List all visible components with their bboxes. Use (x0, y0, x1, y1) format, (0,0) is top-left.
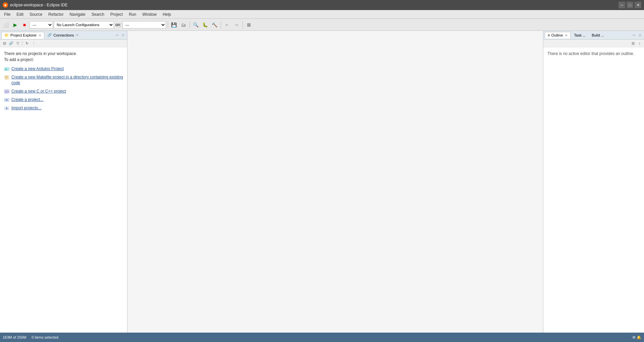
outline-icon: ≡ (548, 33, 550, 37)
svg-rect-2 (5, 75, 9, 79)
menu-refactor[interactable]: Refactor (46, 11, 66, 18)
toolbar-on-label: on: (115, 22, 121, 27)
left-panel-maximize-btn[interactable]: □ (120, 33, 126, 38)
left-panel-tabs: 📁 Project Explorer ✕ 🔗 Connections ✕ ─ □ (0, 31, 127, 40)
toolbar-launch-combo[interactable]: No Launch Configurations (54, 21, 114, 28)
toolbar-stop-btn[interactable]: ■ (20, 20, 29, 29)
outline-collapse-btn[interactable]: ⊟ (630, 40, 636, 46)
right-panel-minimize-btn[interactable]: ─ (631, 33, 637, 38)
link-create-arduino-label: Create a new Arduino Project (11, 66, 64, 72)
tab-connections-close[interactable]: ✕ (76, 33, 78, 37)
status-bar: 163M of 256M 0 items selected ⚙ 🔔 (0, 333, 644, 342)
outline-sort-btn[interactable]: ↕ (637, 40, 643, 46)
menu-edit[interactable]: Edit (14, 11, 26, 18)
menu-project[interactable]: Project (108, 11, 125, 18)
toolbar-forward-btn[interactable]: → (232, 20, 241, 29)
selection-info: 0 items selected (32, 335, 58, 339)
link-create-cpp[interactable]: C++ Create a new C or C++ project (4, 89, 123, 94)
status-right: ⚙ 🔔 (632, 335, 641, 340)
close-button[interactable]: ✕ (635, 2, 641, 8)
memory-indicator[interactable]: 163M of 256M (3, 335, 26, 339)
no-editor-msg: There is no active editor that provides … (547, 51, 634, 56)
menu-source[interactable]: Source (27, 11, 45, 18)
toolbar-play-btn[interactable]: ▶ (11, 20, 19, 29)
link-create-makefile[interactable]: Create a new Makefile project in a direc… (4, 74, 123, 86)
toolbar-save-all-btn[interactable]: 🗂 (179, 20, 188, 29)
right-panel-maximize-btn[interactable]: □ (637, 33, 643, 38)
app-icon: ◉ (3, 2, 8, 8)
link-import-projects[interactable]: Import projects... (4, 105, 123, 111)
tab-outline-close[interactable]: ✕ (565, 34, 568, 37)
toolbar-perspective-btn[interactable]: ⊞ (245, 20, 253, 29)
title-bar-controls[interactable]: ─ □ ✕ (619, 2, 641, 8)
view-menu-btn[interactable]: ⋮ (31, 40, 37, 46)
menu-file[interactable]: File (1, 11, 13, 18)
toolbar-search-btn[interactable]: 🔍 (192, 20, 200, 29)
tab-connections[interactable]: 🔗 Connections ✕ (44, 32, 82, 39)
window-title: eclipse-workspace - Eclipse IDE (10, 3, 67, 7)
link-create-makefile-label: Create a new Makefile project in a direc… (11, 74, 123, 86)
left-panel: 📁 Project Explorer ✕ 🔗 Connections ✕ ─ □… (0, 31, 127, 333)
ctrl-separator (22, 41, 22, 46)
minimize-button[interactable]: ─ (619, 2, 625, 8)
tab-build[interactable]: Build ... (589, 32, 607, 38)
import-icon (4, 106, 9, 111)
main-container: 📁 Project Explorer ✕ 🔗 Connections ✕ ─ □… (0, 31, 644, 333)
project-explorer-icon: 📁 (4, 33, 9, 38)
collapse-all-btn[interactable]: ⊟ (1, 40, 7, 46)
toolbar-save-btn[interactable]: 💾 (170, 20, 178, 29)
right-panel: ≡ Outline ✕ Task ... Build ... ─ □ ⊟ ↕ T… (543, 31, 644, 333)
toolbar-back-btn[interactable]: ← (223, 20, 231, 29)
menu-help[interactable]: Help (160, 11, 174, 18)
tab-outline[interactable]: ≡ Outline ✕ (545, 32, 571, 39)
toolbar-debug-btn[interactable]: 🐛 (201, 20, 210, 29)
title-bar-left: ◉ eclipse-workspace - Eclipse IDE (3, 2, 67, 8)
toolbar-separator-2 (190, 21, 190, 28)
menu-window[interactable]: Window (140, 11, 159, 18)
add-project-line2: To add a project: (4, 57, 123, 62)
left-panel-minimize-btn[interactable]: ─ (114, 33, 120, 38)
tab-tasks-label: Task ... (574, 33, 586, 37)
title-bar: ◉ eclipse-workspace - Eclipse IDE ─ □ ✕ (0, 0, 644, 10)
toolbar-new-btn[interactable]: ⬜ (1, 20, 10, 29)
center-panel (127, 31, 543, 333)
toolbar-combo1[interactable]: --- (30, 21, 53, 28)
left-panel-controls: ⊟ 🔗 ▽ ↻ ⋮ (0, 40, 127, 47)
status-icons: ⚙ 🔔 (632, 335, 641, 340)
tab-outline-label: Outline (551, 33, 563, 37)
toolbar: ⬜ ▶ ■ --- No Launch Configurations on: -… (0, 19, 644, 31)
tab-project-explorer[interactable]: 📁 Project Explorer ✕ (1, 32, 44, 39)
status-left: 163M of 256M 0 items selected (3, 335, 58, 339)
makefile-icon (4, 75, 9, 80)
link-create-cpp-label: Create a new C or C++ project (11, 89, 66, 94)
menu-search[interactable]: Search (89, 11, 107, 18)
toolbar-separator-1 (168, 21, 168, 28)
toolbar-separator-3 (221, 21, 221, 28)
sync-btn[interactable]: ↻ (24, 40, 30, 46)
toolbar-build-btn[interactable]: 🔨 (210, 20, 219, 29)
svg-text:A: A (5, 68, 7, 71)
link-with-editor-btn[interactable]: 🔗 (8, 40, 14, 46)
toolbar-combo3[interactable]: --- (122, 21, 166, 28)
menu-run[interactable]: Run (126, 11, 139, 18)
arduino-icon: A (4, 66, 9, 72)
svg-text:C++: C++ (5, 91, 9, 93)
left-panel-header-btns: ─ □ (114, 33, 126, 38)
menu-bar: File Edit Source Refactor Navigate Searc… (0, 10, 644, 19)
maximize-button[interactable]: □ (627, 2, 633, 8)
tab-build-label: Build ... (592, 33, 604, 37)
tab-project-explorer-close[interactable]: ✕ (39, 34, 41, 37)
link-create-project-label: Create a project... (11, 97, 43, 103)
new-project-icon (4, 97, 9, 103)
link-create-project[interactable]: Create a project... (4, 97, 123, 103)
tab-connections-label: Connections (53, 33, 74, 37)
menu-navigate[interactable]: Navigate (67, 11, 88, 18)
left-panel-content: There are no projects in your workspace.… (0, 47, 127, 333)
filter-btn[interactable]: ▽ (15, 40, 21, 46)
cpp-icon: C++ (4, 89, 9, 94)
right-panel-content: There is no active editor that provides … (543, 47, 644, 333)
tab-tasks[interactable]: Task ... (571, 32, 588, 38)
connections-icon: 🔗 (47, 33, 52, 37)
link-create-arduino[interactable]: A Create a new Arduino Project (4, 66, 123, 72)
link-import-projects-label: Import projects... (11, 105, 41, 111)
